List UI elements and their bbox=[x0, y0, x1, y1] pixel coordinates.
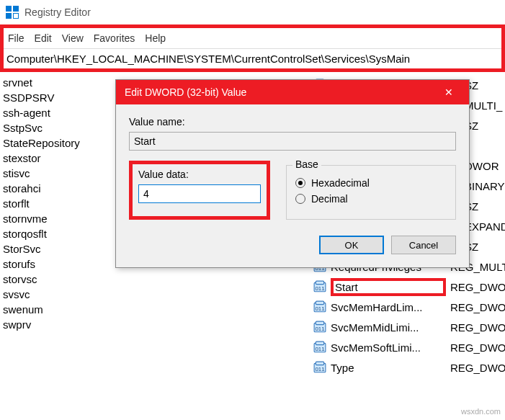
cancel-button[interactable]: Cancel bbox=[391, 236, 456, 254]
value-type: REG_DWOR bbox=[450, 321, 505, 334]
value-type: REG_DWOR bbox=[450, 281, 505, 293]
tree-item[interactable]: SstpSvc bbox=[0, 120, 119, 135]
tree-item[interactable]: storahci bbox=[0, 181, 119, 196]
tree-item[interactable]: StorSvc bbox=[0, 241, 119, 256]
dialog-button-row: OK Cancel bbox=[129, 236, 456, 254]
radio-label: Decimal bbox=[311, 193, 348, 205]
radio-decimal[interactable]: Decimal bbox=[295, 193, 447, 205]
dword-icon: 011 bbox=[313, 280, 326, 293]
value-row[interactable]: 011SvcMemMidLimi...REG_DWOR bbox=[310, 317, 505, 337]
tree-item[interactable]: storufs bbox=[0, 256, 119, 272]
svg-rect-37 bbox=[316, 321, 323, 325]
title-bar: Registry Editor bbox=[0, 0, 505, 24]
svg-text:011: 011 bbox=[315, 285, 324, 292]
dialog-body: Value name: Value data: Base Hexadecimal… bbox=[116, 104, 469, 267]
svg-text:011: 011 bbox=[315, 346, 324, 352]
base-group: Base Hexadecimal Decimal bbox=[286, 161, 456, 220]
tree-item[interactable]: StateRepository bbox=[0, 135, 119, 151]
menu-bar: File Edit View Favorites Help bbox=[4, 28, 501, 48]
value-data-input[interactable] bbox=[138, 184, 261, 203]
value-name: SvcMemHardLim... bbox=[331, 301, 446, 313]
svg-rect-31 bbox=[316, 281, 323, 285]
value-data-label: Value data: bbox=[138, 169, 261, 180]
tree-item[interactable]: ssh-agent bbox=[0, 105, 119, 120]
close-icon[interactable]: ✕ bbox=[437, 86, 460, 98]
radio-label: Hexadecimal bbox=[311, 177, 370, 189]
tree-item[interactable]: swenum bbox=[0, 302, 119, 317]
svg-text:011: 011 bbox=[315, 305, 324, 312]
value-data-highlight: Value data: bbox=[129, 161, 270, 220]
dword-icon: 011 bbox=[313, 321, 326, 334]
base-fieldset: Base Hexadecimal Decimal bbox=[286, 165, 456, 220]
tree-item[interactable]: srvnet bbox=[0, 75, 119, 90]
window-title: Registry Editor bbox=[24, 6, 91, 18]
value-name: Type bbox=[331, 362, 446, 374]
dword-icon: 011 bbox=[313, 341, 326, 354]
value-name: Start bbox=[331, 278, 446, 296]
menu-edit[interactable]: Edit bbox=[35, 32, 52, 44]
tree-item[interactable]: storqosflt bbox=[0, 226, 119, 241]
value-row[interactable]: 011SvcMemHardLim...REG_DWOR bbox=[310, 297, 505, 317]
address-bar bbox=[4, 48, 501, 68]
value-row[interactable]: 011SvcMemSoftLimi...REG_DWOR bbox=[310, 337, 505, 357]
address-input[interactable] bbox=[4, 49, 501, 68]
value-name-input[interactable] bbox=[129, 132, 456, 151]
dialog-title: Edit DWORD (32-bit) Value bbox=[125, 86, 246, 98]
dword-icon: 011 bbox=[313, 361, 326, 374]
value-name-label: Value name: bbox=[129, 116, 456, 128]
base-legend: Base bbox=[292, 158, 321, 170]
value-name: SvcMemSoftLimi... bbox=[331, 341, 446, 354]
tree-item[interactable]: svsvc bbox=[0, 287, 119, 302]
edit-dword-dialog: Edit DWORD (32-bit) Value ✕ Value name: … bbox=[115, 79, 470, 268]
dword-icon: 011 bbox=[313, 300, 326, 313]
tree-item[interactable]: swprv bbox=[0, 317, 119, 332]
menu-favorites[interactable]: Favorites bbox=[94, 32, 135, 44]
watermark: wsxdn.com bbox=[461, 407, 501, 416]
svg-text:011: 011 bbox=[315, 366, 324, 372]
menu-file[interactable]: File bbox=[8, 32, 24, 44]
tree-item[interactable]: storflt bbox=[0, 196, 119, 211]
value-row[interactable]: 011TypeREG_DWOR bbox=[310, 357, 505, 377]
value-name: SvcMemMidLimi... bbox=[331, 321, 446, 334]
ok-button[interactable]: OK bbox=[319, 236, 384, 254]
tree-item[interactable]: SSDPSRV bbox=[0, 90, 119, 105]
menu-view[interactable]: View bbox=[62, 32, 84, 44]
value-type: REG_DWOR bbox=[450, 301, 505, 313]
svg-rect-40 bbox=[316, 341, 323, 345]
value-type: REG_DWOR bbox=[450, 341, 505, 354]
radio-hexadecimal[interactable]: Hexadecimal bbox=[295, 177, 447, 189]
app-icon bbox=[6, 6, 19, 19]
radio-icon bbox=[295, 178, 305, 188]
tree-item[interactable]: stornvme bbox=[0, 211, 119, 226]
tree-panel: srvnet SSDPSRV ssh-agent SstpSvc StateRe… bbox=[0, 72, 119, 332]
menu-address-highlight: File Edit View Favorites Help bbox=[0, 24, 505, 72]
svg-text:011: 011 bbox=[315, 326, 324, 332]
radio-icon bbox=[295, 194, 305, 204]
svg-rect-34 bbox=[316, 301, 323, 305]
tree-item[interactable]: stisvc bbox=[0, 166, 119, 181]
tree-item[interactable]: stexstor bbox=[0, 151, 119, 166]
menu-help[interactable]: Help bbox=[145, 32, 166, 44]
value-row[interactable]: 011StartREG_DWOR bbox=[310, 277, 505, 297]
svg-rect-43 bbox=[316, 362, 323, 365]
dialog-title-bar: Edit DWORD (32-bit) Value ✕ bbox=[116, 80, 469, 104]
value-type: REG_DWOR bbox=[450, 362, 505, 374]
tree-item[interactable]: storvsc bbox=[0, 272, 119, 287]
